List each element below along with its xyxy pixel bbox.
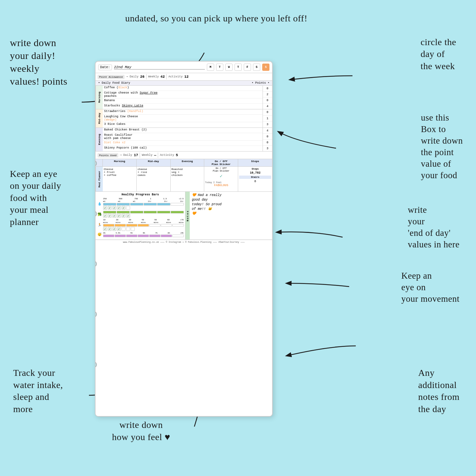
- points-allowance-row: Point Allowance → Daily 26 Weekly 42 Act…: [96, 73, 272, 81]
- check-box[interactable]: [126, 206, 130, 210]
- check-box[interactable]: ✓: [112, 206, 116, 210]
- binder-hole: [95, 361, 97, 368]
- midday-label: Mid-day: [96, 109, 103, 127]
- check-box[interactable]: ✓: [126, 214, 130, 218]
- veg-bars: ✓ ✓ ✓ ✓ ✓ ✓: [103, 211, 184, 218]
- bar-seg: [144, 211, 157, 213]
- today-feel-value: FABULOUS: [205, 184, 237, 187]
- day-thursday[interactable]: T: [235, 64, 242, 71]
- activity-value: 12: [184, 75, 188, 79]
- check-box[interactable]: ✓: [108, 227, 112, 231]
- check-box[interactable]: [122, 227, 126, 231]
- day-saturday[interactable]: S: [253, 64, 260, 71]
- progress-title: Healthy Progress Bars: [97, 193, 184, 196]
- annotation-track-water: Track yourwater intake,sleep andmore: [13, 367, 63, 415]
- point-cell: 0: [263, 140, 272, 146]
- notes-section: Notes 🧡 Had a reallygood daytoday! So pr…: [185, 192, 272, 239]
- check-box[interactable]: ✓: [112, 227, 116, 231]
- point-cell: 4: [263, 103, 272, 109]
- bar-seg: [138, 235, 149, 237]
- point-cell: 0: [263, 109, 272, 116]
- evening-meal-content: Roastedveg +chicken: [171, 167, 205, 191]
- bar-seg: [157, 211, 170, 213]
- exercise-icon: 🏃: [97, 222, 102, 228]
- exercise-bars: 102030405060+70 minsminsminsminsminsmins…: [103, 219, 184, 231]
- points-used-label: Points Used: [98, 153, 118, 157]
- food-item: Strawberries (Handful): [103, 109, 263, 115]
- date-label: Date:: [98, 65, 112, 70]
- evening-points: 4 0 0 3: [263, 128, 272, 151]
- point-cell: 3: [263, 122, 272, 127]
- midday-header: Mid-day: [137, 159, 171, 166]
- exercise-checks: ✓ ✓ ✓ ✓: [103, 227, 184, 231]
- day-sunday[interactable]: S: [262, 64, 269, 71]
- day-tuesday[interactable]: T: [216, 64, 223, 71]
- point-allowance-label: Point Allowance: [98, 75, 125, 79]
- daily-used-label: Daily: [123, 154, 132, 157]
- check-box[interactable]: ✓: [117, 214, 121, 218]
- annotation-keep-eye-movement: Keep aneye onyour movement: [401, 270, 460, 305]
- annotation-circle-day: circle theday ofthe week: [421, 36, 456, 72]
- binder-hole: [95, 311, 97, 318]
- water-bar-units: mlmlmlltrltrltr: [103, 200, 184, 203]
- activity-used-label: Activity: [160, 154, 174, 157]
- bar-seg: [149, 235, 160, 237]
- morning-food-items: Coffee (Black) Cottage cheese with Sugar…: [103, 86, 263, 109]
- bar-seg: [144, 203, 157, 206]
- binder-hole: [95, 261, 97, 267]
- bar-seg: [115, 224, 126, 227]
- bar-seg: [130, 211, 143, 213]
- check-box[interactable]: ✓: [122, 206, 126, 210]
- food-item: Skinny Popcorn (100 cal): [103, 146, 263, 151]
- sleep-bar-labels: 3h4.5h5h6h7h8h+9h: [103, 232, 184, 234]
- annotation-write-daily: write downyour daily!weeklyvalues! point…: [10, 36, 67, 88]
- weekly-used-value: —: [154, 153, 156, 157]
- check-box[interactable]: ✓: [103, 227, 107, 231]
- bar-seg: [130, 203, 143, 206]
- binder-hole: [95, 210, 97, 217]
- midday-meal-content: cheese+ ricecakes: [137, 167, 171, 191]
- check-box[interactable]: ✓: [108, 214, 112, 218]
- check-box[interactable]: ✓: [122, 214, 126, 218]
- exercise-bar-units: minsminsminsminsminsminsmins: [103, 221, 184, 224]
- stairs-value: 8: [239, 180, 271, 183]
- exercise-bar-track: [103, 224, 184, 227]
- on-off-cell: On / OffPlan Sticker ✓ Today I Feel FABU…: [204, 167, 238, 191]
- day-wednesday[interactable]: W: [225, 64, 233, 71]
- on-off-header: On / OffPlan Sticker: [204, 159, 238, 166]
- check-box[interactable]: ✓: [112, 214, 116, 218]
- bar-seg: [103, 224, 114, 227]
- weekly-value: 42: [160, 75, 165, 79]
- annotation-end-of-day: writeyour'end of day'values in here: [408, 204, 460, 250]
- check-box[interactable]: ✓: [103, 206, 107, 210]
- daily-label: Daily: [129, 75, 138, 78]
- check-box[interactable]: ✓: [117, 206, 121, 210]
- check-box[interactable]: [131, 227, 135, 231]
- water-bars: 25050075011.5+2.5 mlmlmlltrltrltr: [103, 198, 184, 210]
- day-friday[interactable]: F: [244, 64, 251, 71]
- bar-seg: [117, 211, 130, 213]
- daily-value: 26: [140, 75, 144, 79]
- food-item: Diet Coke x2: [103, 141, 263, 146]
- check-box[interactable]: ✓: [108, 206, 112, 210]
- morning-points: 0 2 0 4: [263, 86, 272, 109]
- sleep-bars: 3h4.5h5h6h7h8h+9h: [103, 232, 184, 237]
- bar-seg: [126, 224, 137, 227]
- annotation-keep-eye-food: Keep an eyeon your dailyfood withyour me…: [10, 168, 61, 228]
- check-box[interactable]: ✓: [117, 227, 121, 231]
- check-box[interactable]: [126, 227, 130, 231]
- evening-header: Evening: [171, 159, 205, 166]
- day-monday[interactable]: M: [207, 64, 214, 71]
- veg-progress-row: 🥦 ✓ ✓ ✓ ✓ ✓: [97, 211, 184, 218]
- check-box[interactable]: ✓: [103, 214, 107, 218]
- planner-card: Date: 22nd May M T W T F S S Point Allow…: [95, 61, 273, 417]
- annotation-write-feel: write downhow you feel ♥: [112, 419, 170, 443]
- meal-planner-body: Meal Planner Cheese+ Fruit+ coffee chees…: [96, 167, 272, 191]
- water-icon: 💧: [97, 201, 102, 207]
- meal-planner-header: Morning Mid-day Evening On / OffPlan Sti…: [96, 159, 272, 167]
- morning-header: Morning: [103, 159, 137, 166]
- notes-content: 🧡 Had a reallygood daytoday! So proudof …: [191, 192, 272, 239]
- point-cell: 4: [263, 128, 272, 134]
- feel-section: Today I Feel FABULOUS: [205, 181, 237, 187]
- arrow-icon: →: [126, 75, 128, 78]
